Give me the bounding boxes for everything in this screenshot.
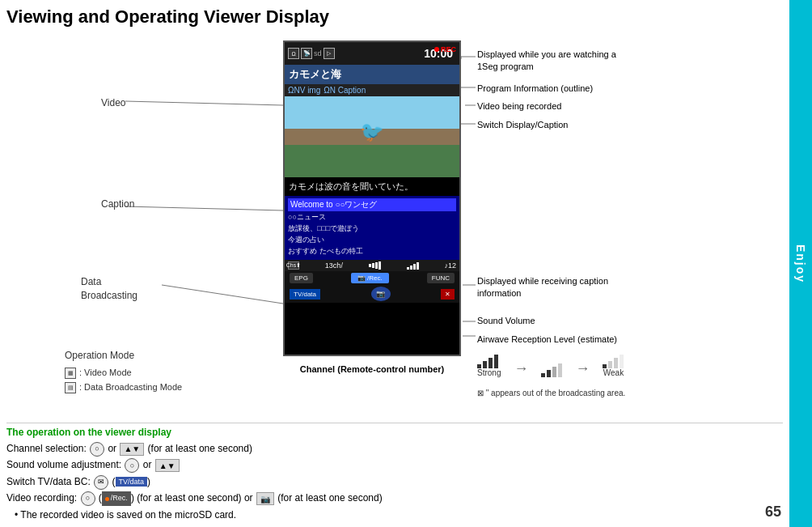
video-mode-label: : Video Mode	[79, 366, 132, 380]
status-icon-2: 📡	[301, 48, 312, 59]
label-video-being-recorded: Video being recorded	[477, 101, 561, 111]
circle-btn: ○	[90, 442, 104, 457]
weak-signal: Weak	[603, 352, 624, 377]
screen-buttons-row: EPG 📷 /Rec. FUNC	[285, 271, 459, 285]
label-operation-mode: Operation Mode ▦ : Video Mode ▤ : Data B…	[65, 348, 182, 394]
bottom-line-5: • The recorded video is saved on the mic…	[15, 507, 783, 523]
bar4	[558, 363, 562, 377]
up-down-btn2: ▲▼	[155, 459, 180, 472]
screen-bottom-bar: Chs⬆ 13ch/ ♪12	[285, 260, 459, 271]
screen-title: カモメと海	[285, 65, 459, 84]
weak-label: Weak	[603, 368, 624, 377]
data-label-line1: Data	[81, 276, 101, 287]
center-nav-icon[interactable]: 📷	[371, 287, 391, 301]
tv-data-button[interactable]: TV/data	[290, 289, 320, 300]
data-item-2: 放課後、□□□で遊ぼう	[288, 223, 456, 234]
rec-label: REC	[441, 45, 456, 53]
channel-label: Channel (Remote-control number)	[283, 364, 461, 374]
label-program-info: Program Information (outline)	[477, 83, 593, 93]
bottom-line-3: Switch TV/data BC: ✉ (TV/data)	[6, 474, 783, 490]
medium-signal	[541, 361, 562, 377]
screen-toolbar: ΩNV img ΩN Caption REC	[285, 84, 459, 96]
caption-text: カモメは波の音を聞いていた。	[289, 181, 413, 191]
screen-video: 🐦	[285, 96, 459, 177]
video-mode-icon: ▦	[65, 368, 76, 379]
cam-icon: 📷	[357, 274, 366, 282]
enjoy-text: Enjoy	[794, 244, 807, 283]
signal-strength-area: Strong → →	[477, 352, 624, 377]
cam-inline-btn: 📷	[256, 492, 274, 505]
label-caption-info: Displayed while receiving caption inform…	[477, 275, 608, 300]
camera-nav-icon: 📷	[376, 290, 385, 298]
data-item-1: ○○ニュース	[288, 212, 456, 223]
signal-arrow: →	[510, 360, 531, 377]
sidebar: Enjoy	[789, 0, 812, 527]
bar1	[541, 373, 545, 377]
cancel-button[interactable]: ✕	[441, 289, 455, 300]
toolbar-text: ΩNV img	[288, 86, 320, 95]
bar4	[494, 355, 498, 368]
bar4	[620, 355, 624, 368]
rec-btn-label: /Rec.	[367, 274, 383, 282]
screen-nav-row: TV/data 📷 ✕	[285, 285, 459, 303]
label-1seg-line2: 1Seg program	[477, 62, 534, 71]
bottom-line-2: Sound volume adjustment: ○ or ▲▼	[6, 457, 783, 473]
label-1seg: Displayed while you are watching a 1Seg …	[477, 49, 616, 74]
svg-line-0	[125, 101, 283, 105]
circle-btn2: ○	[125, 458, 139, 473]
seagull-icon: 🐦	[360, 121, 384, 143]
weak-signal-bars	[603, 352, 624, 368]
video-mode-item: ▦ : Video Mode	[65, 366, 182, 380]
channel-icon: Chs⬆	[288, 261, 299, 270]
data-mode-label: : Data Broadcasting Mode	[79, 380, 182, 395]
circle-btn3: ○	[81, 491, 95, 506]
strong-label: Strong	[477, 368, 501, 377]
data-mode-icon: ▤	[65, 382, 76, 393]
volume-indicator	[407, 261, 419, 270]
vol-number: ♪12	[444, 261, 456, 270]
svg-line-1	[125, 206, 283, 210]
signal-arrow2: →	[572, 360, 593, 377]
mail-btn: ✉	[94, 475, 108, 490]
epg-button[interactable]: EPG	[290, 273, 313, 283]
label-data-broadcasting: Data Broadcasting	[81, 275, 137, 303]
screen-caption: カモメは波の音を聞いていた。	[285, 177, 459, 196]
status-icon-3: ▷	[324, 48, 335, 59]
bar3	[552, 367, 556, 377]
label-1seg-line1: Displayed while you are watching a	[477, 49, 616, 59]
status-icon-1: Ω	[288, 48, 299, 59]
data-item-3: 今週の占い	[288, 235, 456, 245]
rec-badge: REC	[434, 45, 456, 53]
page-title: Viewing and Operating Viewer Display	[6, 6, 329, 28]
bottom-line-1: Channel selection: ○ or ▲▼ (for at least…	[6, 440, 783, 457]
func-button[interactable]: FUNC	[427, 273, 455, 283]
rec-inline-btn: /Rec.	[102, 491, 131, 505]
svg-line-2	[162, 285, 283, 304]
bar2	[608, 361, 612, 368]
label-caption: Caption	[101, 198, 134, 210]
data-item-0: Welcome to ○○ワンセグ	[288, 198, 456, 211]
label-sound-volume: Sound Volume	[477, 316, 535, 325]
out-text: " appears out of the broadcasting area.	[486, 389, 626, 397]
enjoy-label: Enjoy	[789, 0, 812, 527]
medium-signal-bars	[541, 361, 562, 377]
bar2	[483, 361, 487, 368]
rec-dot	[434, 47, 439, 52]
bottom-section: The operation on the viewer display Chan…	[6, 423, 783, 523]
tv-data-inline: TV/data	[116, 477, 148, 487]
strong-signal: Strong	[477, 352, 501, 377]
data-mode-item: ▤ : Data Broadcasting Mode	[65, 380, 182, 395]
strong-signal-bars	[477, 352, 501, 368]
rec-button[interactable]: 📷 /Rec.	[351, 273, 389, 283]
screen-data-broadcasting: Welcome to ○○ワンセグ ○○ニュース 放課後、□□□で遊ぼう 今週の…	[285, 196, 459, 260]
bottom-text: Channel selection: ○ or ▲▼ (for at least…	[6, 440, 783, 523]
data-item-4: おすすめ たべもの特工	[288, 246, 456, 257]
label-airwave: Airwave Reception Level (estimate)	[477, 334, 617, 344]
signal-bars-small	[369, 261, 381, 270]
channel-num: 13ch/	[325, 261, 343, 270]
bottom-line-4: Video recording: ○ (/Rec.) (for at least…	[6, 490, 783, 506]
out-icon: ⊠	[477, 389, 484, 397]
phone-screen: Ω 📡 sd ▷ 10:00 カモメと海 ΩNV img ΩN Caption …	[283, 40, 461, 356]
op-mode-title: Operation Mode	[65, 348, 182, 363]
data-label-line2: Broadcasting	[81, 290, 137, 301]
